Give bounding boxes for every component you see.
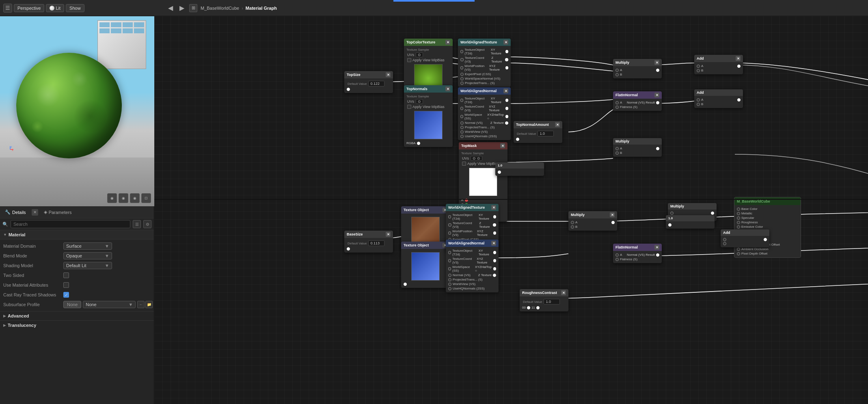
mini-checkbox[interactable] [407, 105, 411, 109]
node-base-size[interactable]: BaseSize ✕ Default Value 0.113 [344, 231, 393, 253]
vp-ctrl-2[interactable]: ◉ [119, 193, 128, 203]
pin-row: Normal (VS) Z Texture [447, 273, 497, 277]
show-button[interactable]: Show [66, 4, 84, 12]
tab-details[interactable]: 🔧 Details [3, 209, 28, 216]
window [134, 28, 144, 33]
pin-row: B [696, 102, 741, 106]
node-add-right[interactable]: Add [721, 229, 769, 247]
default-input[interactable]: 0.122 [368, 81, 384, 86]
node-texture-object-2[interactable]: Texture Object ✕ [401, 242, 450, 288]
hamburger-button[interactable]: ☰ [3, 4, 12, 13]
pin-11 [536, 306, 540, 309]
details-panel: 🔧 Details ✕ ◈ Parameters 🔍 ☰ ⚙ ▼ Materia… [0, 206, 154, 404]
graph-toolbar: ◀ ▶ ⊞ M_BaseWorldCube › Material Graph [160, 3, 865, 13]
perspective-button[interactable]: Perspective [14, 4, 44, 12]
node-close-button[interactable]: ✕ [654, 245, 659, 250]
vp-ctrl-1[interactable]: ◉ [107, 193, 117, 203]
settings-button[interactable]: ⚙ [143, 220, 151, 228]
default-input[interactable]: 1.0 [544, 299, 560, 305]
node-close-button[interactable]: ✕ [500, 143, 505, 148]
node-roughness-val[interactable]: 1.0 [666, 215, 715, 229]
node-close-button[interactable]: ✕ [503, 89, 508, 93]
cast-ray-shadows-value: ✓ [63, 292, 151, 298]
breadcrumb-parent[interactable]: M_BaseWorldCube [201, 6, 239, 11]
subsurface-none-dropdown[interactable]: None ▼ [83, 301, 136, 308]
node-world-aligned-normal-top[interactable]: WorldAlignedNormal ✕ TextureObject (T2d)… [458, 87, 511, 140]
node-close-button[interactable]: ✕ [610, 212, 615, 217]
pin-row: Specular [736, 216, 799, 220]
node-label: WorldAlignedTexture [448, 205, 485, 210]
node-close-button[interactable]: ✕ [561, 290, 566, 295]
pin-ptc [460, 82, 464, 85]
node-header: Add [721, 229, 769, 236]
blend-mode-dropdown[interactable]: Opaque ▼ [63, 252, 112, 259]
node-header: TopNormals ✕ [404, 85, 453, 93]
viewport[interactable]: Z X ◉ ◉ ◉ ⊡ [0, 16, 154, 206]
node-label: 1.0 [498, 164, 502, 167]
default-input[interactable]: 0.113 [368, 240, 384, 246]
node-subtype: Texture Sample [460, 151, 506, 156]
node-close-button[interactable]: ✕ [736, 56, 741, 61]
node-flat-in-normal-bottom[interactable]: FlatInNormal ✕ A Normal (VS) Result [613, 244, 662, 263]
section-advanced-header[interactable]: ▶ Advanced [0, 311, 154, 321]
pin-a [571, 221, 574, 224]
node-roughness-contrast[interactable]: RoughnessContrast ✕ Default Value 1.0 00… [520, 289, 568, 311]
node-top-normal-amount[interactable]: TopNormalAmount ✕ Default Value 1.0 [514, 121, 562, 143]
subsurface-prev-btn[interactable]: ← [137, 301, 145, 308]
node-multiply-bottom[interactable]: Multiply ✕ A B [568, 211, 617, 231]
two-sided-checkbox[interactable] [63, 272, 69, 278]
tab-parameters[interactable]: ◈ Parameters [42, 209, 73, 216]
node-top-size[interactable]: TopSize ✕ Default Value 0.122 [344, 71, 393, 93]
node-add-top2[interactable]: Add A B [694, 89, 743, 108]
pin-tc [448, 259, 451, 262]
node-close-button[interactable]: ✕ [491, 241, 496, 246]
node-add-top[interactable]: Add ✕ A B [694, 55, 743, 74]
node-top-normals[interactable]: TopNormals ✕ Texture Sample UVs ⊙ Apply … [404, 85, 453, 147]
node-multiply-top2[interactable]: Multiply A B [613, 138, 662, 157]
vp-ctrl-3[interactable]: ◉ [130, 193, 140, 203]
pin-a [615, 101, 619, 104]
node-close-button[interactable]: ✕ [654, 93, 659, 97]
pin-xyz [505, 107, 508, 110]
node-close-button[interactable]: ✕ [654, 60, 659, 65]
node-roughness-small[interactable]: 1.0 [495, 162, 544, 176]
mini-checkbox[interactable] [407, 58, 411, 62]
material-domain-dropdown[interactable]: Surface ▼ [63, 242, 112, 250]
section-material-header[interactable]: ▼ Material [0, 230, 154, 240]
forward-button[interactable]: ▶ [178, 3, 186, 13]
node-close-button[interactable]: ✕ [491, 205, 496, 210]
pin-b [723, 242, 726, 245]
pin-row: TextureCoord (V3) Z Texture [447, 221, 497, 229]
pin-row [722, 242, 768, 246]
section-arrow: ▶ [3, 314, 6, 318]
vp-ctrl-4[interactable]: ⊡ [141, 193, 151, 203]
lit-button[interactable]: Lit [46, 4, 64, 12]
section-arrow: ▶ [3, 323, 6, 327]
shading-model-dropdown[interactable]: Default Lit ▼ [63, 262, 112, 269]
graph-panel[interactable]: TopColorTexture ✕ Texture Sample UVs ⊙ A… [154, 16, 868, 404]
node-close-button[interactable]: ✕ [503, 40, 508, 45]
mini-checkbox[interactable] [462, 162, 466, 166]
search-input[interactable] [11, 220, 130, 228]
node-header: Multiply [668, 203, 717, 210]
node-flat-in-normal-top[interactable]: FlatInNormal ✕ A Normal (VS) Result [613, 91, 662, 111]
node-close-button[interactable]: ✕ [386, 72, 391, 77]
node-close-button[interactable]: ✕ [386, 232, 391, 237]
node-close-button[interactable]: ✕ [445, 86, 450, 91]
node-output[interactable]: M_BaseWorldCube Base Color Metallic [734, 197, 801, 258]
cast-ray-shadows-checkbox[interactable]: ✓ [63, 292, 69, 298]
node-world-aligned-texture-top[interactable]: WorldAlignedTexture ✕ TextureObject (T2d… [458, 39, 511, 87]
section-translucency-header[interactable]: ▶ Translucency [0, 321, 154, 330]
node-close-button[interactable]: ✕ [555, 122, 560, 127]
node-world-object-normal[interactable]: WorldAlignedNormal ✕ TextureObject (T2d)… [446, 240, 499, 292]
pin-out [737, 98, 741, 102]
filter-button[interactable]: ☰ [133, 220, 141, 228]
node-close-button[interactable]: ✕ [445, 40, 450, 45]
node-multiply-top[interactable]: Multiply ✕ A B [613, 59, 662, 78]
subsurface-browse-btn[interactable]: 📁 [145, 301, 153, 308]
use-material-attrs-checkbox[interactable] [63, 282, 69, 288]
default-input[interactable]: 1.0 [538, 131, 554, 136]
details-close-button[interactable]: ✕ [32, 209, 38, 216]
back-button[interactable]: ◀ [166, 3, 175, 13]
fit-view-button[interactable]: ⊞ [189, 4, 197, 12]
